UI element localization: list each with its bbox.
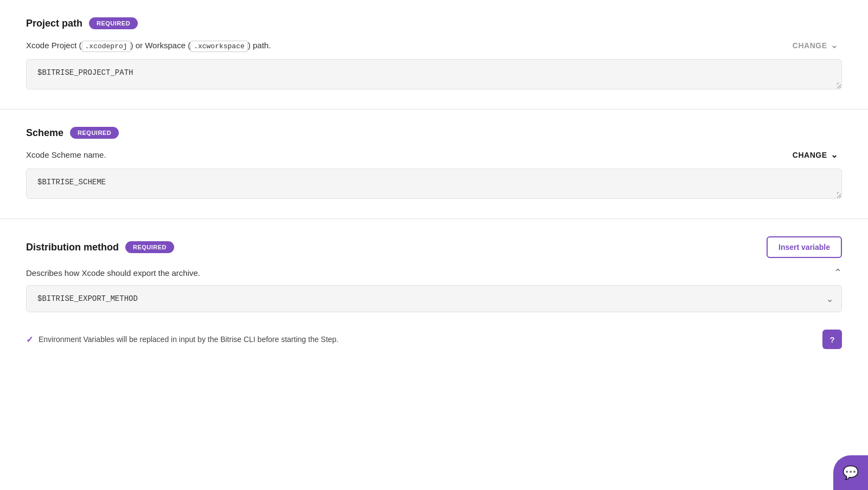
distribution-title-group: Distribution method REQUIRED <box>26 241 174 253</box>
distribution-chevron-up-icon[interactable]: ⌃ <box>834 267 842 279</box>
help-button[interactable]: ? <box>822 330 842 349</box>
distribution-header-row: Distribution method REQUIRED Insert vari… <box>26 236 842 258</box>
scheme-title: Scheme <box>26 127 63 139</box>
scheme-description-row: Xcode Scheme name. CHANGE ⌄ <box>26 147 842 162</box>
env-vars-text: Environment Variables will be replaced i… <box>39 335 817 344</box>
page-container: Project path REQUIRED Xcode Project (.xc… <box>0 0 868 490</box>
distribution-section: Distribution method REQUIRED Insert vari… <box>0 219 868 362</box>
xcodeproj-code: .xcodeproj <box>82 41 131 52</box>
chat-icon: 💬 <box>843 465 859 480</box>
scheme-change-button[interactable]: CHANGE ⌄ <box>788 147 842 162</box>
scheme-header: Scheme REQUIRED <box>26 127 842 139</box>
scheme-section: Scheme REQUIRED Xcode Scheme name. CHANG… <box>0 109 868 219</box>
project-path-description: Xcode Project (.xcodeproj) or Workspace … <box>26 41 788 50</box>
distribution-description-row: Describes how Xcode should export the ar… <box>26 267 842 279</box>
scheme-description: Xcode Scheme name. <box>26 150 788 159</box>
project-path-required-badge: REQUIRED <box>89 17 138 29</box>
distribution-select-wrapper: $BITRISE_EXPORT_METHOD ⌄ <box>26 285 842 312</box>
project-path-title: Project path <box>26 18 82 29</box>
distribution-select[interactable]: $BITRISE_EXPORT_METHOD <box>26 285 842 312</box>
scheme-required-badge: REQUIRED <box>70 127 119 139</box>
chat-widget[interactable]: 💬 <box>833 455 868 490</box>
project-path-input[interactable]: $BITRISE_PROJECT_PATH <box>26 59 842 89</box>
project-path-header: Project path REQUIRED <box>26 17 842 29</box>
env-vars-row: ✓ Environment Variables will be replaced… <box>26 323 842 349</box>
project-path-input-wrapper: $BITRISE_PROJECT_PATH ⌜ <box>26 59 842 92</box>
insert-variable-button[interactable]: Insert variable <box>767 236 842 258</box>
project-path-change-button[interactable]: CHANGE ⌄ <box>788 38 842 53</box>
scheme-chevron-icon: ⌄ <box>831 150 838 160</box>
project-path-chevron-icon: ⌄ <box>831 40 838 50</box>
project-path-description-row: Xcode Project (.xcodeproj) or Workspace … <box>26 38 842 53</box>
distribution-description: Describes how Xcode should export the ar… <box>26 268 834 278</box>
distribution-required-badge: REQUIRED <box>125 241 174 253</box>
distribution-title: Distribution method <box>26 242 119 253</box>
scheme-input[interactable]: $BITRISE_SCHEME <box>26 169 842 199</box>
project-path-section: Project path REQUIRED Xcode Project (.xc… <box>0 0 868 109</box>
checkmark-icon: ✓ <box>26 334 33 345</box>
scheme-input-wrapper: $BITRISE_SCHEME ⌜ <box>26 169 842 201</box>
xcworkspace-code: .xcworkspace <box>190 41 248 52</box>
